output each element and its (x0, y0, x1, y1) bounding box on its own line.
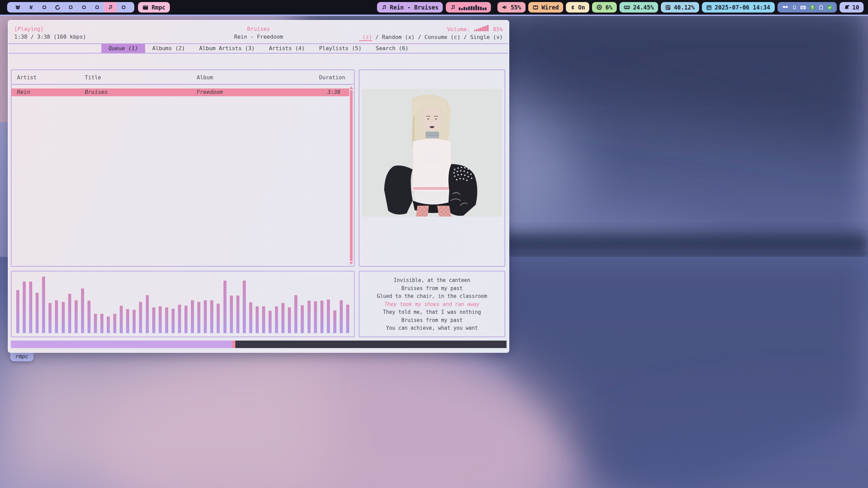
song-artist-album: Rein - Freedoom (234, 33, 283, 41)
clipboard-icon[interactable] (819, 5, 823, 10)
now-playing-widget[interactable]: Rein - Bruises (377, 2, 443, 13)
visualizer-bar (165, 307, 168, 333)
lyric-line-current: They took my shoes and ran away (359, 301, 505, 309)
scrollbar-thumb[interactable] (350, 90, 353, 261)
toggle-repeat[interactable]: (z) (359, 34, 372, 41)
workspace-switcher[interactable] (7, 2, 134, 13)
visualizer-bar (113, 314, 116, 333)
visualizer-bar (269, 311, 272, 333)
column-title: Title (85, 74, 197, 81)
volume-widget[interactable]: 55% (497, 2, 526, 13)
workspace-cat-icon[interactable] (11, 2, 24, 13)
lyric-line: Invisible, at the canteen (359, 277, 505, 285)
phone-icon[interactable] (792, 5, 796, 10)
tab-5[interactable]: Playlists (5) (312, 44, 369, 53)
mini-viz-bar (480, 7, 482, 10)
workspace-square-icon[interactable] (91, 2, 104, 13)
cell-album: Freedoom (197, 88, 303, 96)
progress-bar[interactable] (11, 341, 507, 348)
visualizer-bar (210, 300, 213, 333)
visualizer-bar (62, 302, 65, 333)
workspace-square-icon[interactable] (117, 2, 130, 13)
visualizer-bar (16, 290, 19, 333)
tab-6[interactable]: Search (6) (369, 44, 415, 53)
disk-widget[interactable]: 40.12% (661, 2, 699, 13)
rmpc-window: [Playing] 1:38 / 3:38 (160 kbps) Bruises… (8, 20, 509, 353)
ram-icon (624, 5, 630, 10)
mini-viz-bar (478, 6, 479, 10)
tab-1[interactable]: Queue (1) (101, 44, 145, 53)
keyboard-icon[interactable] (800, 5, 806, 9)
visualizer-bar (36, 293, 39, 333)
visualizer-bar (236, 296, 239, 333)
queue-panel: Artist Title Album Duration Rein Bruises… (11, 69, 355, 267)
bell-icon (844, 5, 849, 10)
album-art-image (362, 89, 502, 217)
visualizer-bar (333, 310, 336, 333)
player-time: 1:38 / 3:38 (160 kbps) (14, 33, 234, 41)
cava-widget[interactable] (446, 2, 491, 13)
visualizer-bar (288, 307, 291, 333)
visualizer-bar (197, 302, 200, 333)
scroll-up-icon[interactable] (349, 86, 353, 89)
rmpc-taskbar-button[interactable]: Rmpc (138, 2, 170, 13)
workspace-square-icon[interactable] (64, 2, 77, 13)
visualizer-bar (107, 317, 110, 333)
tab-bar: Queue (1)Albums (2)Album Artists (3)Arti… (8, 43, 509, 54)
cpu-widget[interactable]: 6% (592, 2, 616, 13)
visualizer-bar (320, 301, 323, 333)
visualizer-bar (308, 301, 311, 333)
mustache-icon[interactable] (782, 5, 789, 9)
visualizer-bar (327, 300, 330, 333)
queue-row-selected[interactable]: Rein Bruises Freedoom 3:38 (12, 88, 349, 96)
progress-fill (11, 341, 232, 348)
bluetooth-widget[interactable]: On (566, 2, 589, 13)
scroll-down-icon[interactable] (349, 262, 353, 265)
toggle-consume[interactable]: Consume (c) (425, 34, 460, 40)
queue-scrollbar[interactable] (349, 86, 353, 265)
visualizer-bar (94, 314, 97, 333)
visualizer-bar (126, 309, 129, 333)
network-value: Wired (541, 4, 559, 11)
toggle-single[interactable]: Single (v) (470, 34, 503, 40)
cell-title: Bruises (85, 88, 197, 96)
key-icon[interactable] (810, 5, 815, 10)
workspace-square-icon[interactable] (77, 2, 91, 13)
rmpc-taskbar-label: Rmpc (152, 4, 165, 11)
tab-2[interactable]: Albums (2) (145, 44, 192, 53)
lyrics-lines: Invisible, at the canteenBruises from my… (359, 271, 505, 332)
network-widget[interactable]: Wired (528, 2, 563, 13)
visualizer-bar (178, 305, 181, 333)
progress-cursor[interactable] (232, 341, 235, 348)
volume-label: Volume: (447, 25, 470, 33)
workspace-music-note-icon[interactable] (104, 2, 117, 13)
music-note-icon (450, 5, 456, 10)
visualizer-bar (29, 282, 32, 333)
workspace-square-icon[interactable] (38, 2, 51, 13)
notifications-widget[interactable]: 10 (840, 2, 864, 13)
check-icon[interactable] (827, 5, 832, 10)
lyric-line: Bruises from my past (359, 317, 505, 325)
visualizer-bar (100, 314, 103, 333)
mini-viz-bar (473, 6, 475, 10)
column-album: Album (197, 74, 308, 81)
column-artist: Artist (17, 74, 85, 81)
memory-widget[interactable]: 24.45% (619, 2, 658, 13)
cell-duration: 3:38 (303, 88, 344, 96)
toggle-random[interactable]: Random (x) (382, 34, 415, 40)
mini-viz-bar (482, 8, 484, 10)
workspace-n-logo-icon[interactable] (24, 2, 38, 13)
system-status-group: 55% Wired On 6% 24.45% 40.12% (497, 2, 864, 13)
mini-viz-bar (459, 7, 460, 10)
cpu-value: 6% (605, 4, 612, 11)
clock-widget[interactable]: 2025-07-06 14:34 (702, 2, 775, 13)
window-title-tab[interactable]: rmpc (10, 352, 34, 361)
lyrics-panel: Invisible, at the canteenBruises from my… (359, 271, 505, 337)
tab-3[interactable]: Album Artists (3) (192, 44, 262, 53)
queue-table-header: Artist Title Album Duration (12, 70, 354, 84)
system-tray[interactable] (777, 2, 837, 13)
workspace-refresh-icon[interactable] (51, 2, 64, 13)
lyric-line: Glued to the chair, in the classroom (359, 292, 505, 301)
volume-ramp-icon[interactable] (474, 25, 489, 33)
tab-4[interactable]: Artists (4) (262, 44, 312, 53)
